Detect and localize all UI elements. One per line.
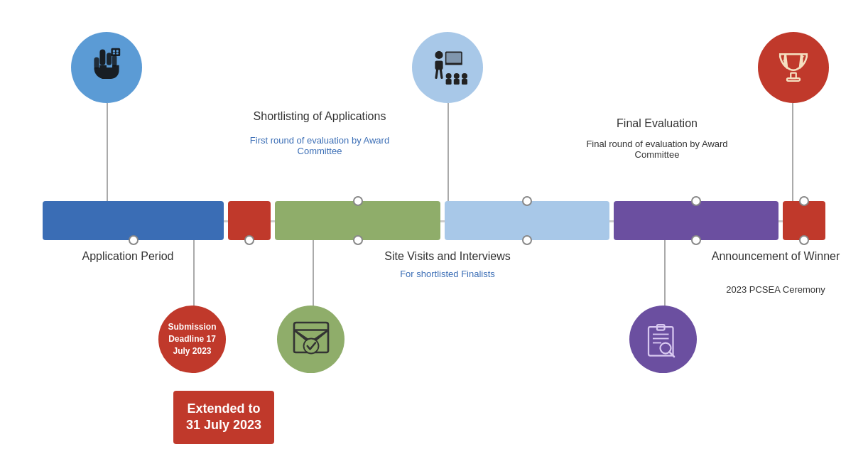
- app-period-label: Application Period: [43, 250, 213, 263]
- svg-rect-2: [112, 55, 116, 66]
- submission-text: Submission Deadline 17 July 2023: [164, 321, 220, 357]
- svg-point-18: [462, 73, 467, 79]
- svg-rect-20: [454, 79, 460, 85]
- dot-application: [129, 235, 139, 245]
- block-final-eval: [614, 201, 779, 240]
- vline-teacher: [447, 103, 449, 206]
- final-eval-title: Final Evaluation: [582, 117, 732, 130]
- timeline-container: ✦ ✦ Shortlisting of Applications First r…: [0, 0, 868, 454]
- svg-point-27: [303, 338, 318, 353]
- clipboard-circle: [629, 306, 697, 373]
- hand-svg: [84, 45, 129, 90]
- dot-shortlisting-top: [353, 196, 363, 206]
- envelope-svg: [290, 318, 332, 361]
- clipboard-svg: [642, 318, 685, 361]
- hand-icon: [71, 32, 142, 103]
- svg-rect-8: [116, 53, 119, 54]
- svg-line-12: [440, 70, 442, 77]
- block-application: [43, 201, 224, 240]
- dot-final-eval-top: [691, 196, 701, 206]
- dot-winner-top: [799, 196, 809, 206]
- dot-winner: [799, 235, 809, 245]
- svg-line-11: [436, 70, 438, 77]
- site-visits-sublabel: For shortlisted Finalists: [373, 269, 522, 279]
- winner-sublabel: 2023 PCSEA Ceremony: [712, 284, 840, 295]
- blocks-row: [43, 201, 825, 240]
- block-winner: [783, 201, 825, 240]
- vline-submission: [193, 240, 195, 311]
- shortlisting-subtitle: First round of evaluation by Award Commi…: [245, 135, 394, 156]
- svg-rect-0: [99, 49, 105, 65]
- svg-rect-6: [116, 50, 119, 52]
- site-visits-label: Site Visits and Interviews: [369, 250, 526, 263]
- extended-text: Extended to31 July 2023: [186, 401, 261, 432]
- svg-rect-5: [113, 50, 115, 52]
- trophy-icon: ✦ ✦: [758, 32, 829, 103]
- svg-rect-4: [111, 48, 120, 56]
- submission-circle: Submission Deadline 17 July 2023: [158, 306, 226, 373]
- vline-shortlist: [313, 240, 314, 311]
- svg-rect-3: [94, 58, 99, 69]
- shortlisting-title: Shortlisting of Applications: [249, 110, 391, 123]
- trophy-svg: ✦ ✦: [772, 46, 815, 89]
- dot-site-visits-top: [522, 196, 532, 206]
- winner-label: Announcement of Winner: [705, 250, 847, 263]
- svg-rect-10: [435, 60, 443, 70]
- svg-rect-21: [462, 79, 467, 85]
- svg-rect-14: [446, 53, 461, 63]
- block-submission: [228, 201, 271, 240]
- vline-final: [664, 240, 666, 311]
- svg-rect-19: [446, 79, 452, 85]
- dot-shortlisting: [353, 235, 363, 245]
- svg-rect-1: [107, 53, 112, 65]
- block-shortlisting: [275, 201, 440, 240]
- final-eval-subtitle: Final round of evaluation by Award Commi…: [582, 139, 732, 160]
- svg-point-16: [446, 73, 452, 79]
- svg-point-9: [435, 51, 443, 59]
- block-site-visits: [445, 201, 609, 240]
- svg-text:✦: ✦: [782, 58, 787, 64]
- svg-rect-23: [787, 78, 800, 81]
- checkmark-circle: [277, 306, 345, 373]
- teacher-icon: [412, 32, 483, 103]
- vline-hand: [107, 103, 108, 206]
- dot-final-eval: [691, 235, 701, 245]
- svg-rect-7: [113, 53, 115, 54]
- svg-text:✦: ✦: [801, 55, 805, 59]
- vline-trophy: [792, 103, 793, 206]
- dot-site-visits: [522, 235, 532, 245]
- teacher-svg: [425, 45, 470, 90]
- dot-submission: [244, 235, 254, 245]
- extended-box: Extended to31 July 2023: [173, 391, 274, 444]
- svg-point-17: [454, 73, 460, 79]
